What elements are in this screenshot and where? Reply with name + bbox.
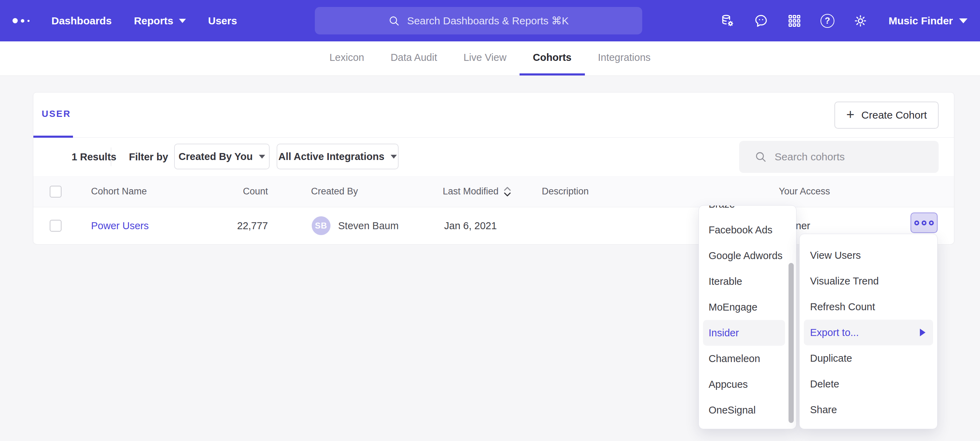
search-cohorts-input[interactable]: Search cohorts	[739, 141, 939, 173]
last-modified-cell: Jan 6, 2021	[444, 207, 497, 244]
nav-item-label: Dashboards	[51, 15, 111, 27]
menu-item-export-to[interactable]: Export to...	[804, 320, 933, 345]
cohort-count: 22,777	[191, 207, 268, 244]
tab-cohorts[interactable]: Cohorts	[520, 42, 584, 75]
menu-item-label: Visualize Trend	[810, 275, 879, 287]
nav-item-label: Users	[208, 15, 237, 27]
submenu-item-onesignal[interactable]: OneSignal	[699, 397, 796, 423]
cohorts-card: USER + Create Cohort 1 Results Filter by…	[33, 92, 954, 244]
menu-item-duplicate[interactable]: Duplicate	[800, 345, 937, 371]
tab-data-audit[interactable]: Data Audit	[377, 42, 450, 75]
tab-user-cohorts[interactable]: USER	[42, 109, 71, 119]
submenu-scrollbar[interactable]	[789, 263, 794, 423]
filter-row: 1 Results Filter by Created By You All A…	[33, 138, 954, 176]
row-context-menu-items: View UsersVisualize TrendRefresh CountEx…	[800, 243, 937, 423]
column-description[interactable]: Description	[542, 176, 589, 207]
filter-by-label: Filter by	[129, 138, 168, 176]
apps-grid-icon[interactable]	[787, 14, 802, 28]
row-more-actions-button[interactable]	[910, 213, 938, 233]
dot-icon	[929, 220, 934, 225]
create-cohort-button[interactable]: + Create Cohort	[834, 102, 939, 129]
menu-item-visualize-trend[interactable]: Visualize Trend	[800, 268, 937, 294]
row-checkbox[interactable]	[50, 220, 62, 232]
submenu-item-google-adwords[interactable]: Google Adwords	[699, 243, 796, 268]
nav-item-reports[interactable]: Reports	[134, 15, 186, 27]
column-created-by[interactable]: Created By	[311, 176, 358, 207]
sort-icon[interactable]	[503, 186, 512, 197]
created-by-filter-dropdown[interactable]: Created By You	[174, 144, 270, 169]
search-icon	[754, 150, 767, 163]
menu-item-label: Share	[810, 404, 837, 415]
avatar: SB	[312, 216, 331, 235]
chevron-down-icon	[959, 18, 967, 23]
help-icon[interactable]: ?	[821, 14, 834, 28]
global-search-input[interactable]: Search Dashboards & Reports ⌘K	[315, 7, 642, 34]
top-nav: DashboardsReportsUsers Search Dashboards…	[0, 0, 980, 42]
chevron-down-icon	[179, 19, 186, 23]
tab-bar: LexiconData AuditLive ViewCohortsIntegra…	[0, 42, 980, 76]
chevron-down-icon	[259, 155, 265, 158]
menu-item-label: Delete	[810, 379, 839, 390]
plus-icon: +	[846, 107, 854, 121]
integrations-filter-value: All Active Integrations	[278, 151, 384, 162]
integrations-filter-dropdown[interactable]: All Active Integrations	[277, 144, 399, 169]
created-by-cell: SB Steven Baum	[312, 207, 399, 244]
menu-item-label: View Users	[810, 250, 861, 261]
menu-item-share[interactable]: Share	[800, 397, 937, 423]
export-to-submenu: BrazeFacebook AdsGoogle AdwordsIterableM…	[698, 205, 797, 429]
submenu-item-braze[interactable]: Braze	[699, 205, 796, 217]
submenu-item-insider[interactable]: Insider	[703, 320, 785, 346]
search-icon	[388, 15, 400, 27]
table-header: Cohort Name Count Created By Last Modifi…	[33, 176, 954, 207]
create-cohort-label: Create Cohort	[862, 109, 927, 121]
select-all-checkbox[interactable]	[50, 186, 62, 198]
global-search-placeholder: Search Dashboards & Reports ⌘K	[407, 14, 568, 27]
export-to-submenu-list: BrazeFacebook AdsGoogle AdwordsIterableM…	[699, 205, 796, 423]
column-last-modified-label: Last Modified	[443, 186, 499, 197]
chevron-down-icon	[391, 155, 397, 158]
results-count: 1 Results	[72, 138, 116, 176]
mixpanel-logo-icon[interactable]	[13, 18, 33, 23]
nav-right: ? Music Finder	[721, 0, 967, 42]
divider	[111, 147, 111, 166]
submenu-item-appcues[interactable]: Appcues	[699, 371, 796, 397]
project-name: Music Finder	[889, 15, 953, 27]
tab-lexicon[interactable]: Lexicon	[316, 42, 377, 75]
menu-item-view-users[interactable]: View Users	[800, 243, 937, 268]
menu-item-label: Duplicate	[810, 353, 852, 364]
cohort-type-section: USER + Create Cohort	[33, 93, 954, 138]
created-by-filter-value: Created By You	[179, 151, 253, 162]
cohorts-screen: DashboardsReportsUsers Search Dashboards…	[0, 0, 980, 441]
nav-item-dashboards[interactable]: Dashboards	[51, 15, 111, 27]
column-last-modified[interactable]: Last Modified	[443, 176, 512, 207]
created-by-name: Steven Baum	[338, 220, 399, 232]
column-count[interactable]: Count	[191, 176, 268, 207]
tab-live-view[interactable]: Live View	[450, 42, 520, 75]
submenu-item-iterable[interactable]: Iterable	[699, 268, 796, 294]
dot-icon	[914, 220, 919, 225]
data-settings-icon[interactable]	[721, 14, 735, 28]
submenu-item-facebook-ads[interactable]: Facebook Ads	[699, 217, 796, 243]
tab-integrations[interactable]: Integrations	[585, 42, 664, 75]
settings-icon[interactable]	[853, 14, 868, 28]
search-cohorts-placeholder: Search cohorts	[775, 151, 845, 163]
nav-links: DashboardsReportsUsers	[51, 15, 237, 27]
column-your-access[interactable]: Your Access	[779, 176, 830, 207]
cohort-name-link[interactable]: Power Users	[91, 207, 149, 244]
menu-item-label: Export to...	[810, 327, 859, 339]
menu-item-refresh-count[interactable]: Refresh Count	[800, 294, 937, 320]
project-switcher[interactable]: Music Finder	[889, 15, 967, 27]
menu-item-delete[interactable]: Delete	[800, 371, 937, 397]
feedback-icon[interactable]	[754, 14, 768, 28]
nav-item-users[interactable]: Users	[208, 15, 237, 27]
submenu-arrow-icon	[920, 329, 926, 336]
dot-icon	[922, 220, 926, 225]
row-context-menu: View UsersVisualize TrendRefresh CountEx…	[799, 234, 938, 429]
menu-item-label: Refresh Count	[810, 301, 875, 313]
nav-item-label: Reports	[134, 15, 173, 27]
submenu-item-chameleon[interactable]: Chameleon	[699, 346, 796, 371]
column-cohort-name[interactable]: Cohort Name	[91, 176, 147, 207]
submenu-item-moengage[interactable]: MoEngage	[699, 294, 796, 320]
